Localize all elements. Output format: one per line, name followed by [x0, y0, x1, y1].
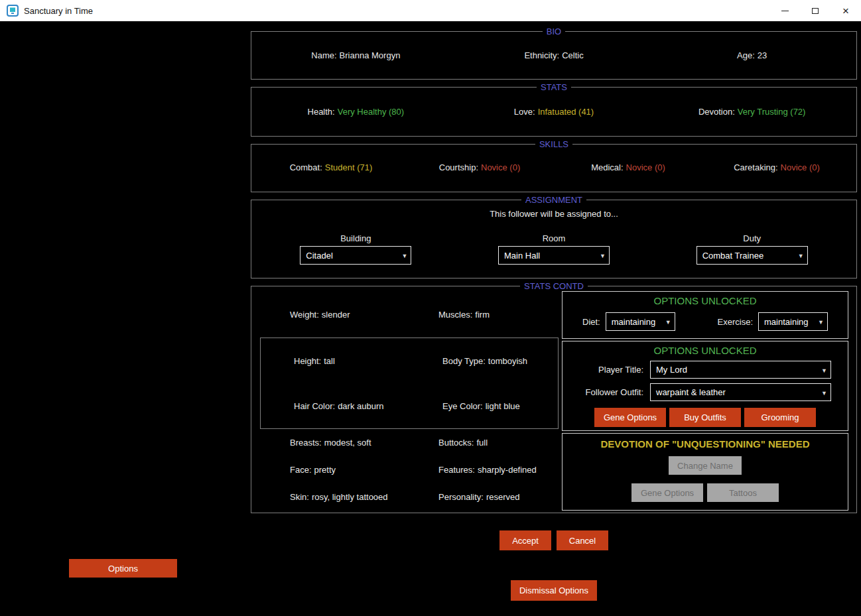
buy-outfits-button[interactable]: Buy Outfits	[669, 408, 741, 427]
duty-label: Duty	[743, 233, 761, 243]
assignment-duty-group: Duty Combat Trainee ▼	[653, 233, 851, 265]
building-label: Building	[340, 233, 371, 243]
field-skin: Skin:rosy, lightly tattooed	[257, 492, 438, 502]
assignment-room-group: Room Main Hall ▼	[455, 233, 653, 265]
assignment-building-group: Building Citadel ▼	[257, 233, 455, 265]
stats-legend: STATS	[537, 82, 571, 92]
room-label: Room	[543, 233, 566, 243]
window-controls: ×	[769, 0, 861, 21]
diet-group: Diet: maintaining ▼	[582, 312, 675, 331]
player-title-dropdown[interactable]: My Lord ▼	[650, 361, 831, 379]
stat-devotion: Devotion:Very Trusting (72)	[653, 107, 851, 117]
devotion-box-title: DEVOTION OF "UNQUESTIONING" NEEDED	[563, 438, 848, 450]
skills-legend: SKILLS	[535, 139, 572, 149]
exercise-group: Exercise: maintaining ▼	[718, 312, 828, 331]
field-buttocks: Buttocks:full	[438, 438, 562, 448]
stat-love: Love:Infatuated (41)	[455, 107, 653, 117]
diet-box-title: OPTIONS UNLOCKED	[563, 295, 848, 306]
field-features: Features:sharply-defined	[438, 465, 562, 475]
skill-courtship: Courtship:Novice (0)	[405, 162, 554, 172]
bio-field-name: Name:Brianna Morgyn	[257, 50, 455, 60]
field-eye-color: Eye Color:light blue	[442, 401, 558, 411]
chevron-down-icon: ▼	[798, 253, 804, 259]
field-body-type: Body Type:tomboyish	[442, 356, 558, 366]
exercise-dropdown[interactable]: maintaining ▼	[758, 312, 828, 331]
assignment-section: ASSIGNMENT This follower will be assigne…	[251, 195, 857, 278]
assignment-legend: ASSIGNMENT	[521, 195, 586, 205]
chevron-down-icon: ▼	[665, 319, 671, 326]
field-face: Face:pretty	[257, 465, 438, 475]
options-button[interactable]: Options	[69, 559, 177, 578]
outfit-box-title: OPTIONS UNLOCKED	[563, 345, 848, 356]
room-dropdown[interactable]: Main Hall ▼	[498, 246, 610, 265]
skills-section: SKILLS Combat:Student (71) Courtship:Nov…	[251, 139, 857, 192]
chevron-down-icon: ▼	[821, 389, 827, 396]
tattoos-button-disabled: Tattoos	[707, 483, 779, 502]
app-icon	[7, 5, 19, 17]
diet-label: Diet:	[582, 317, 600, 327]
field-breasts: Breasts:modest, soft	[257, 438, 438, 448]
stats-contd-section: STATS CONTD Weight:slender Muscles:firm	[251, 281, 857, 513]
exercise-label: Exercise:	[718, 317, 753, 327]
skill-combat: Combat:Student (71)	[257, 162, 405, 172]
stat-health: Health:Very Healthy (80)	[257, 107, 455, 117]
chevron-down-icon: ▼	[818, 319, 824, 326]
chevron-down-icon: ▼	[401, 253, 407, 259]
bio-field-ethnicity: Ethnicity:Celtic	[455, 50, 653, 60]
change-name-button-disabled: Change Name	[669, 456, 742, 475]
diet-exercise-box: OPTIONS UNLOCKED Diet: maintaining ▼ Exe…	[562, 291, 848, 339]
field-muscles: Muscles:firm	[438, 310, 562, 320]
field-hair-color: Hair Color:dark auburn	[261, 401, 442, 411]
close-icon: ×	[842, 5, 849, 17]
bio-section: BIO Name:Brianna Morgyn Ethnicity:Celtic…	[251, 27, 857, 80]
follower-panel: BIO Name:Brianna Morgyn Ethnicity:Celtic…	[251, 21, 857, 601]
stats-contd-legend: STATS CONTD	[520, 281, 588, 291]
window-title: Sanctuary in Time	[24, 6, 93, 16]
duty-dropdown[interactable]: Combat Trainee ▼	[696, 246, 808, 265]
maximize-button[interactable]	[800, 0, 830, 21]
body-stats-column: Weight:slender Muscles:firm Height:tall	[257, 291, 562, 511]
title-outfit-box: OPTIONS UNLOCKED Player Title: My Lord ▼…	[562, 341, 848, 431]
options-column: OPTIONS UNLOCKED Diet: maintaining ▼ Exe…	[562, 291, 848, 511]
devotion-locked-box: DEVOTION OF "UNQUESTIONING" NEEDED Chang…	[562, 433, 848, 511]
building-dropdown[interactable]: Citadel ▼	[300, 246, 411, 265]
grooming-button[interactable]: Grooming	[744, 408, 816, 427]
player-title-label: Player Title:	[570, 365, 643, 375]
field-height: Height:tall	[261, 356, 442, 366]
maximize-icon	[812, 8, 819, 14]
titlebar: Sanctuary in Time ×	[0, 0, 861, 21]
minimize-icon	[781, 11, 789, 11]
chevron-down-icon: ▼	[821, 367, 827, 373]
chevron-down-icon: ▼	[600, 253, 606, 259]
field-weight: Weight:slender	[257, 310, 438, 320]
stats-section: STATS Health:Very Healthy (80) Love:Infa…	[251, 82, 857, 137]
diet-dropdown[interactable]: maintaining ▼	[606, 312, 675, 331]
body-shape-box: Height:tall Body Type:tomboyish Hair Col…	[260, 338, 559, 429]
cancel-button[interactable]: Cancel	[557, 530, 608, 550]
skill-medical: Medical:Novice (0)	[554, 162, 702, 172]
assignment-intro: This follower will be assigned to...	[257, 209, 851, 219]
bio-legend: BIO	[543, 27, 565, 36]
follower-outfit-label: Follower Outfit:	[570, 387, 643, 397]
field-personality: Personality:reserved	[438, 492, 562, 502]
bio-field-age: Age:23	[653, 50, 851, 60]
follower-outfit-dropdown[interactable]: warpaint & leather ▼	[650, 383, 831, 401]
minimize-button[interactable]	[769, 0, 800, 21]
gene-options-button-disabled: Gene Options	[631, 483, 703, 502]
gene-options-button[interactable]: Gene Options	[594, 408, 666, 427]
close-button[interactable]: ×	[830, 0, 861, 21]
accept-button[interactable]: Accept	[499, 530, 551, 550]
skill-caretaking: Caretaking:Novice (0)	[702, 162, 851, 172]
dismissal-options-button[interactable]: Dismissal Options	[511, 580, 597, 601]
